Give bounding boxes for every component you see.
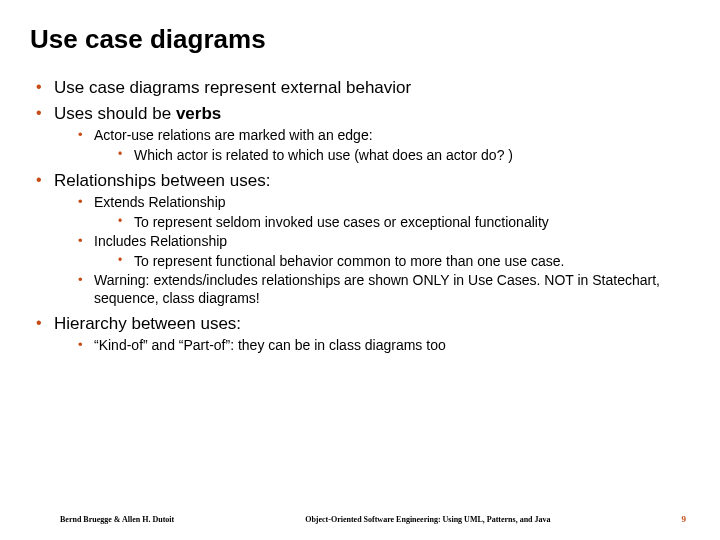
bullet-2-1-1: Which actor is related to which use (wha… xyxy=(112,147,690,165)
bullet-4: Hierarchy between uses: “Kind-of” and “P… xyxy=(30,313,690,355)
bullet-3-1: Extends Relationship To represent seldom… xyxy=(72,194,690,231)
bullet-4-1-text: “Kind-of” and “Part-of”: they can be in … xyxy=(94,337,446,353)
bullet-3-text: Relationships between uses: xyxy=(54,171,270,190)
bullet-3-1-text: Extends Relationship xyxy=(94,194,226,210)
slide-title: Use case diagrams xyxy=(30,24,690,55)
footer: Bernd Bruegge & Allen H. Dutoit Object-O… xyxy=(0,514,720,524)
slide: Use case diagrams Use case diagrams repr… xyxy=(0,0,720,540)
bullet-list: Use case diagrams represent external beh… xyxy=(30,77,690,355)
bullet-4-1: “Kind-of” and “Part-of”: they can be in … xyxy=(72,337,690,355)
bullet-2-1-1-text: Which actor is related to which use (wha… xyxy=(134,147,513,163)
bullet-3-2-1-text: To represent functional behavior common … xyxy=(134,253,564,269)
bullet-2-1-text: Actor-use relations are marked with an e… xyxy=(94,127,373,143)
bullet-3-2-1: To represent functional behavior common … xyxy=(112,253,690,271)
bullet-3: Relationships between uses: Extends Rela… xyxy=(30,170,690,307)
bullet-3-3-text: Warning: extends/includes relationships … xyxy=(94,272,660,306)
bullet-1-text: Use case diagrams represent external beh… xyxy=(54,78,411,97)
bullet-4-text: Hierarchy between uses: xyxy=(54,314,241,333)
bullet-3-3: Warning: extends/includes relationships … xyxy=(72,272,690,307)
footer-right: 9 xyxy=(682,514,687,524)
bullet-3-2-text: Includes Relationship xyxy=(94,233,227,249)
bullet-2-text-b: verbs xyxy=(176,104,221,123)
bullet-3-1-1-text: To represent seldom invoked use cases or… xyxy=(134,214,549,230)
footer-left: Bernd Bruegge & Allen H. Dutoit xyxy=(60,515,174,524)
bullet-2: Uses should be verbs Actor-use relations… xyxy=(30,103,690,164)
bullet-3-2: Includes Relationship To represent funct… xyxy=(72,233,690,270)
footer-center: Object-Oriented Software Engineering: Us… xyxy=(174,515,681,524)
bullet-2-text-a: Uses should be xyxy=(54,104,176,123)
bullet-3-1-1: To represent seldom invoked use cases or… xyxy=(112,214,690,232)
bullet-2-1: Actor-use relations are marked with an e… xyxy=(72,127,690,164)
bullet-1: Use case diagrams represent external beh… xyxy=(30,77,690,99)
